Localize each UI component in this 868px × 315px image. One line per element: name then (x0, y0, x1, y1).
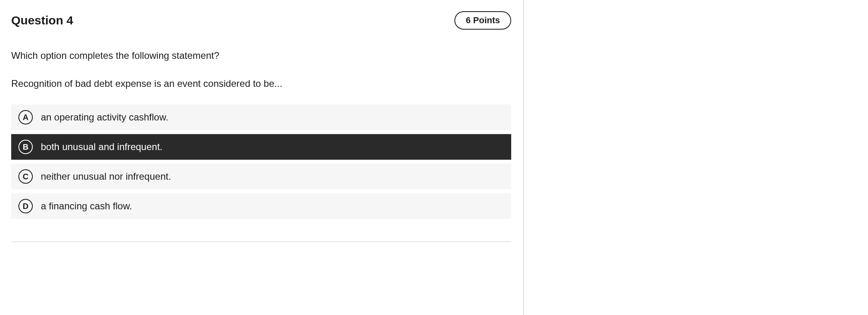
page-container: Question 4 6 Points Which option complet… (0, 0, 868, 315)
option-b[interactable]: B both unusual and infrequent. (11, 134, 511, 160)
option-text: an operating activity cashflow. (41, 112, 168, 123)
option-text: both unusual and infrequent. (41, 141, 162, 152)
question-prompt: Which option completes the following sta… (11, 49, 523, 62)
option-letter: B (18, 140, 33, 154)
question-header: Question 4 6 Points (11, 11, 523, 30)
option-d[interactable]: D a financing cash flow. (11, 193, 511, 219)
options-list: A an operating activity cashflow. B both… (11, 104, 511, 219)
option-c[interactable]: C neither unusual nor infrequent. (11, 164, 511, 189)
option-text: neither unusual nor infrequent. (41, 171, 171, 182)
question-panel: Question 4 6 Points Which option complet… (0, 0, 524, 315)
question-statement: Recognition of bad debt expense is an ev… (11, 77, 523, 90)
section-divider (11, 241, 511, 242)
option-a[interactable]: A an operating activity cashflow. (11, 104, 511, 130)
question-title: Question 4 (11, 14, 73, 27)
option-letter: D (18, 199, 33, 213)
points-badge: 6 Points (454, 11, 511, 30)
option-letter: A (18, 110, 33, 124)
option-text: a financing cash flow. (41, 201, 132, 212)
option-letter: C (18, 169, 33, 184)
side-panel (524, 0, 868, 315)
